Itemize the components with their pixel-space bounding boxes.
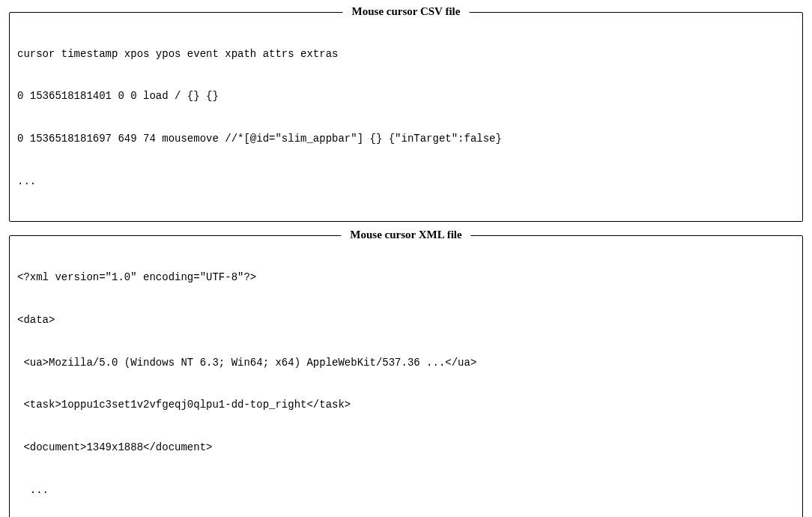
xml-line: <ua>Mozilla/5.0 (Windows NT 6.3; Win64; … bbox=[17, 356, 795, 370]
csv-header-row: cursor timestamp xpos ypos event xpath a… bbox=[17, 47, 795, 61]
csv-box-title: Mouse cursor CSV file bbox=[343, 5, 470, 18]
csv-content: cursor timestamp xpos ypos event xpath a… bbox=[17, 19, 795, 217]
xml-line: <?xml version="1.0" encoding="UTF-8"?> bbox=[17, 270, 795, 285]
ellipsis: ... bbox=[17, 175, 795, 189]
xml-box-title: Mouse cursor XML file bbox=[341, 229, 470, 241]
xml-content: <?xml version="1.0" encoding="UTF-8"?> <… bbox=[17, 242, 795, 517]
xml-line: <data> bbox=[17, 313, 795, 327]
csv-file-box: Mouse cursor CSV file cursor timestamp x… bbox=[9, 12, 803, 222]
xml-line: <task>1oppu1c3set1v2vfgeqj0qlpu1-dd-top_… bbox=[17, 398, 795, 412]
csv-row: 0 1536518181697 649 74 mousemove //*[@id… bbox=[17, 132, 795, 146]
xml-line: ... bbox=[17, 483, 795, 498]
xml-line: <document>1349x1888</document> bbox=[17, 441, 795, 455]
xml-file-box: Mouse cursor XML file <?xml version="1.0… bbox=[9, 235, 803, 517]
csv-row: 0 1536518181401 0 0 load / {} {} bbox=[17, 89, 795, 103]
